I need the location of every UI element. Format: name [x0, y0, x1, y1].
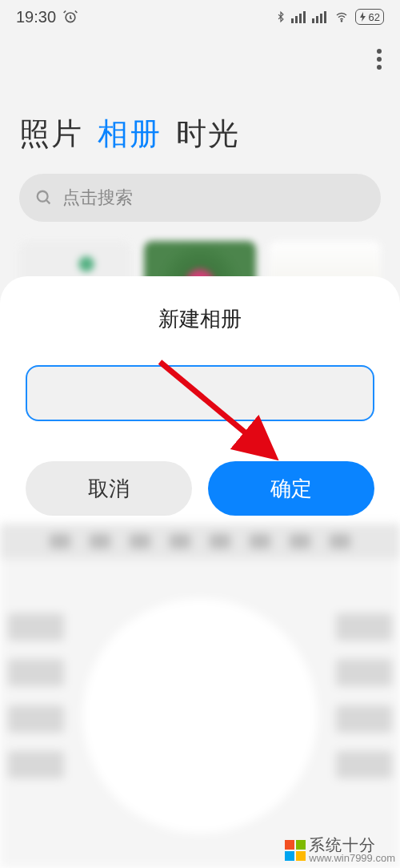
- wifi-icon: [333, 10, 350, 23]
- watermark: 系统十分 www.win7999.com: [285, 837, 395, 863]
- gallery-tabs: 照片 相册 时光: [0, 34, 400, 174]
- svg-rect-5: [312, 18, 314, 23]
- svg-point-12: [377, 65, 382, 70]
- tab-moments[interactable]: 时光: [176, 114, 240, 155]
- battery-percent: 62: [369, 11, 380, 23]
- svg-rect-2: [295, 16, 298, 23]
- album-name-input[interactable]: [26, 365, 374, 421]
- battery-icon: 62: [355, 9, 384, 25]
- new-album-dialog: 新建相册 取消 确定: [0, 276, 400, 868]
- search-icon: [35, 189, 53, 207]
- tab-albums[interactable]: 相册: [98, 114, 162, 155]
- alarm-icon: [62, 9, 78, 25]
- svg-rect-4: [303, 11, 306, 23]
- svg-point-13: [38, 191, 48, 202]
- overflow-menu-icon[interactable]: [376, 48, 382, 70]
- signal-icon: [312, 10, 328, 23]
- svg-rect-8: [324, 11, 326, 23]
- cancel-button[interactable]: 取消: [26, 461, 192, 516]
- status-bar: 19:30 62: [0, 0, 400, 34]
- svg-rect-6: [316, 16, 318, 23]
- ok-button[interactable]: 确定: [208, 461, 374, 516]
- search-placeholder: 点击搜索: [62, 186, 133, 210]
- watermark-url: www.win7999.com: [309, 853, 395, 863]
- search-input[interactable]: 点击搜索: [19, 174, 381, 222]
- ime-keyboard[interactable]: [0, 524, 400, 868]
- svg-point-9: [341, 21, 342, 22]
- dialog-title: 新建相册: [0, 305, 400, 333]
- signal-icon: [291, 10, 307, 23]
- svg-point-10: [377, 49, 382, 54]
- status-time: 19:30: [16, 8, 56, 26]
- svg-rect-7: [320, 14, 322, 23]
- watermark-brand: 系统十分: [309, 837, 395, 853]
- svg-rect-1: [291, 18, 294, 23]
- tab-photos[interactable]: 照片: [19, 114, 83, 155]
- svg-rect-3: [299, 14, 302, 23]
- svg-point-11: [377, 57, 382, 62]
- bluetooth-icon: [275, 10, 286, 24]
